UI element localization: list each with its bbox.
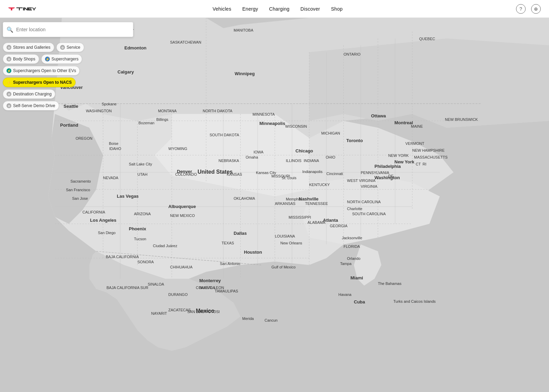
help-icon[interactable]: ? (516, 4, 526, 14)
superchargers-ev-icon: ⚡ (7, 68, 11, 73)
filter-row-3: ⚡ Superchargers Open to Other EVs (3, 66, 66, 76)
service-icon: ⊕ (60, 45, 65, 50)
filter-superchargers-nacs[interactable]: ⚡ Superchargers Open to NACS (3, 78, 76, 87)
filter-stores[interactable]: ⊕ Stores and Galleries (3, 43, 54, 52)
filter-demo[interactable]: ⊕ Self-Serve Demo Drive (3, 101, 59, 111)
superchargers-icon: ⚡ (45, 57, 50, 61)
nav-right: ? ⊕ (516, 4, 541, 14)
filter-stores-label: Stores and Galleries (13, 45, 51, 50)
nav-shop[interactable]: Shop (331, 6, 343, 12)
filter-service[interactable]: ⊕ Service (56, 43, 84, 52)
search-input[interactable] (16, 27, 130, 32)
demo-icon: ⊕ (7, 103, 11, 108)
nav-links: Vehicles Energy Charging Discover Shop (213, 6, 343, 12)
destination-icon: ⊕ (7, 92, 11, 96)
filter-row-6: ⊕ Self-Serve Demo Drive (3, 101, 66, 111)
filter-destination[interactable]: ⊕ Destination Charging (3, 89, 55, 99)
nav-vehicles[interactable]: Vehicles (213, 6, 232, 12)
filter-body-shops[interactable]: ⊕ Body Shops (3, 54, 39, 64)
filter-superchargers-ev[interactable]: ⚡ Superchargers Open to Other EVs (3, 66, 80, 76)
body-shops-icon: ⊕ (7, 57, 11, 61)
filter-service-label: Service (67, 45, 80, 50)
search-icon: 🔍 (7, 26, 13, 33)
filter-body-shops-label: Body Shops (13, 57, 35, 61)
navbar: Vehicles Energy Charging Discover Shop ?… (0, 0, 549, 18)
stores-icon: ⊕ (7, 45, 11, 50)
filter-row-5: ⊕ Destination Charging (3, 89, 66, 99)
filter-superchargers-ev-label: Superchargers Open to Other EVs (13, 68, 76, 73)
superchargers-nacs-icon: ⚡ (7, 80, 11, 85)
nav-charging[interactable]: Charging (269, 6, 289, 12)
search-box[interactable]: 🔍 (3, 22, 133, 37)
filter-demo-label: Self-Serve Demo Drive (13, 103, 55, 108)
filters-container: ⊕ Stores and Galleries ⊕ Service ⊕ Body … (3, 43, 66, 111)
nav-energy[interactable]: Energy (242, 6, 258, 12)
map-background[interactable]: ALBERTAMANITOBAONTARIOQUEBECEdmontonSASK… (0, 18, 549, 392)
sidebar: 🔍 ⊕ Stores and Galleries ⊕ Service ⊕ Bod… (0, 18, 69, 113)
filter-destination-label: Destination Charging (13, 92, 52, 96)
filter-superchargers-label: Superchargers (52, 57, 79, 61)
filter-superchargers-nacs-label: Superchargers Open to NACS (13, 80, 72, 85)
tesla-logo (8, 5, 39, 13)
filter-superchargers[interactable]: ⚡ Superchargers (41, 54, 82, 64)
filter-row-1: ⊕ Stores and Galleries ⊕ Service (3, 43, 66, 52)
filter-row-4: ⚡ Superchargers Open to NACS (3, 78, 66, 87)
filter-row-2: ⊕ Body Shops ⚡ Superchargers (3, 54, 66, 64)
globe-icon[interactable]: ⊕ (531, 4, 541, 14)
nav-discover[interactable]: Discover (301, 6, 320, 12)
